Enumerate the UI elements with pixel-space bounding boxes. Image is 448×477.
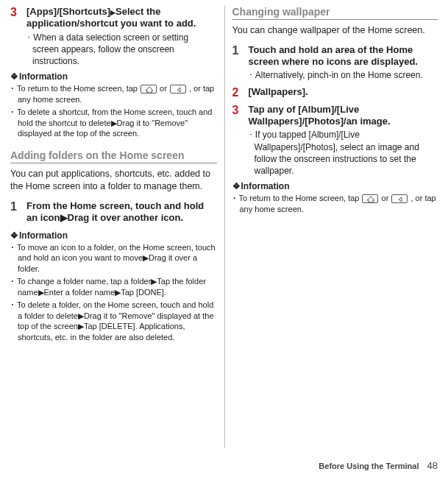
step-number: 1	[232, 44, 249, 82]
page-footer: Before Using the Terminal 48	[319, 460, 438, 471]
info-item: To delete a shortcut, from the Home scre…	[10, 107, 217, 140]
step-2: 2 [Wallpapers].	[232, 86, 438, 99]
section-heading: Adding folders on the Home screen	[10, 149, 217, 163]
section-intro: You can put applications, shortcuts, etc…	[10, 168, 217, 193]
step-sub: Alternatively, pinch-in on the Home scre…	[249, 69, 438, 81]
step-3: 3 Tap any of [Album]/[Live Wallpapers]/[…	[232, 104, 438, 177]
section-heading: Changing wallpaper	[232, 6, 438, 20]
step-sub: If you tapped [Album]/[Live Wallpapers]/…	[249, 129, 438, 177]
step-number: 1	[10, 200, 26, 226]
info-item: To change a folder name, tap a folder▶Ta…	[10, 276, 217, 298]
step-1: 1 From the Home screen, touch and hold a…	[10, 200, 217, 226]
info-item: To delete a folder, on the Home screen, …	[10, 300, 217, 343]
home-icon	[141, 85, 157, 93]
back-icon	[170, 85, 186, 93]
right-column: Changing wallpaper You can change wallpa…	[224, 6, 438, 448]
step-1: 1 Touch and hold an area of the Home scr…	[232, 44, 438, 82]
page-number: 48	[427, 460, 438, 471]
footer-label: Before Using the Terminal	[319, 462, 419, 470]
left-column: 3 [Apps]/[Shortcuts]▶Select the applicat…	[10, 6, 224, 448]
step-sub: When a data selection screen or setting …	[26, 32, 217, 68]
home-icon	[362, 194, 378, 203]
step-title: Touch and hold an area of the Home scree…	[249, 44, 438, 68]
step-title-prefix: [Apps]/[Shortcuts]	[26, 6, 110, 17]
step-title: [Wallpapers].	[249, 86, 438, 98]
step-title: Tap any of [Album]/[Live Wallpapers]/[Ph…	[249, 104, 438, 128]
info-item: To return to the Home screen, tap or , o…	[10, 83, 217, 105]
information-heading: Information	[232, 181, 438, 191]
information-heading: Information	[10, 71, 217, 82]
info-item: To move an icon to a folder, on the Home…	[10, 242, 217, 275]
information-heading: Information	[10, 230, 217, 241]
step-3: 3 [Apps]/[Shortcuts]▶Select the applicat…	[10, 6, 217, 67]
step-title: [Apps]/[Shortcuts]▶Select the applicatio…	[26, 6, 217, 30]
step-title: From the Home screen, touch and hold an …	[26, 200, 217, 225]
step-number: 3	[10, 6, 26, 67]
step-number: 3	[232, 104, 249, 177]
section-intro: You can change wallpaper of the Home scr…	[232, 24, 438, 37]
step-number: 2	[232, 86, 249, 99]
back-icon	[391, 194, 408, 203]
info-item: To return to the Home screen, tap or , o…	[232, 193, 438, 215]
